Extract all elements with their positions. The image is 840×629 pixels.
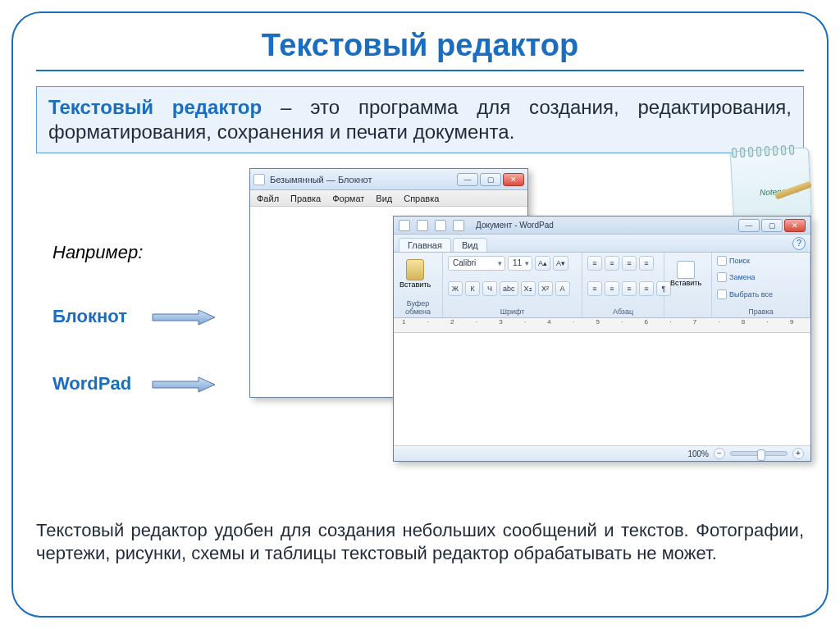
shrink-font-button[interactable]: A▾ xyxy=(553,256,568,271)
group-label-paragraph: Абзац xyxy=(587,308,659,316)
group-label-clipboard: Буфер обмена xyxy=(399,299,437,316)
clipboard-icon xyxy=(406,259,424,280)
example-wordpad-label: WordPad xyxy=(52,373,131,394)
font-color-button[interactable]: A xyxy=(555,281,570,296)
menu-help[interactable]: Справка xyxy=(404,194,439,203)
app-icon xyxy=(399,220,410,231)
close-button[interactable]: ✕ xyxy=(784,219,806,232)
superscript-button[interactable]: X² xyxy=(538,281,553,296)
replace-button[interactable]: Замена xyxy=(717,272,805,282)
align-center-button[interactable]: ≡ xyxy=(605,281,619,296)
maximize-button[interactable]: ▢ xyxy=(480,173,501,186)
notepad-menu-bar[interactable]: Файл Правка Формат Вид Справка xyxy=(250,190,527,207)
replace-icon xyxy=(717,272,727,282)
ribbon-group-editing: Поиск Замена Выбрать все Правка xyxy=(712,253,810,317)
zoom-out-button[interactable]: − xyxy=(714,448,725,459)
close-button[interactable]: ✕ xyxy=(503,173,524,186)
line-spacing-button[interactable]: ≡ xyxy=(639,256,654,271)
search-icon xyxy=(717,256,727,266)
definition-term: Текстовый редактор xyxy=(48,96,262,118)
paste-label: Вставить xyxy=(399,280,431,289)
arrow-to-notepad-icon xyxy=(151,309,217,326)
align-justify-button[interactable]: ≡ xyxy=(639,281,654,296)
font-name-select[interactable]: Calibri xyxy=(448,256,505,271)
save-icon[interactable] xyxy=(417,220,428,231)
group-label-font: Шрифт xyxy=(448,308,577,316)
wordpad-text-area[interactable] xyxy=(394,333,810,446)
wordpad-title: Документ - WordPad xyxy=(476,221,554,230)
redo-icon[interactable] xyxy=(453,220,464,231)
picture-icon xyxy=(677,261,695,279)
font-size-select[interactable]: 11 xyxy=(508,256,532,271)
bold-button[interactable]: Ж xyxy=(448,281,463,296)
definition-box: Текстовый редактор – это программа для с… xyxy=(36,86,804,153)
bottom-paragraph: Текстовый редактор удобен для создания н… xyxy=(36,519,804,564)
paste-button[interactable]: Вставить xyxy=(399,256,431,292)
align-right-button[interactable]: ≡ xyxy=(622,281,637,296)
subscript-button[interactable]: X₂ xyxy=(521,281,536,296)
slide-title: Текстовый редактор xyxy=(36,28,804,63)
increase-indent-button[interactable]: ≡ xyxy=(605,256,619,271)
select-all-button[interactable]: Выбрать все xyxy=(717,289,805,299)
body-area: Например: Блокнот WordPad Безымянный — Б… xyxy=(36,168,804,513)
notepad-titlebar[interactable]: Безымянный — Блокнот — ▢ ✕ xyxy=(250,169,527,190)
zoom-value: 100% xyxy=(687,449,709,458)
tab-view[interactable]: Вид xyxy=(453,238,487,252)
title-underline xyxy=(36,70,804,71)
wordpad-status-bar: 100% − + xyxy=(394,446,810,461)
help-icon[interactable]: ? xyxy=(792,237,806,250)
menu-file[interactable]: Файл xyxy=(257,194,279,203)
find-button[interactable]: Поиск xyxy=(717,256,805,266)
menu-format[interactable]: Формат xyxy=(332,194,364,203)
ribbon-group-paragraph: ≡ ≡ ≡ ≡ ≡ ≡ ≡ ≡ ¶ Абзац xyxy=(582,253,664,317)
wordpad-window: Документ - WordPad — ▢ ✕ Главная Вид ? В… xyxy=(393,216,811,462)
menu-edit[interactable]: Правка xyxy=(290,194,321,203)
insert-button[interactable]: Вставить xyxy=(669,256,702,292)
minimize-button[interactable]: — xyxy=(457,173,478,186)
underline-button[interactable]: Ч xyxy=(482,281,497,296)
ribbon-group-font: Calibri 11 A▴ A▾ Ж К Ч abc X₂ X² A Шр xyxy=(443,253,582,317)
document-icon xyxy=(253,174,265,185)
menu-view[interactable]: Вид xyxy=(376,194,392,203)
zoom-slider[interactable] xyxy=(730,451,788,456)
maximize-button[interactable]: ▢ xyxy=(761,219,783,232)
wordpad-quick-access[interactable]: Документ - WordPad — ▢ ✕ xyxy=(394,217,810,235)
notepad-title: Безымянный — Блокнот xyxy=(270,175,372,185)
group-label-insert xyxy=(669,308,706,316)
select-all-icon xyxy=(717,289,727,299)
italic-button[interactable]: К xyxy=(465,281,480,296)
strike-button[interactable]: abc xyxy=(500,281,518,296)
wordpad-ruler[interactable]: 1 · 2 · 3 · 4 · 5 · 6 · 7 · 8 · 9 · 10 ·… xyxy=(394,318,810,333)
bullets-button[interactable]: ≡ xyxy=(622,256,637,271)
wordpad-tabs: Главная Вид ? xyxy=(394,235,810,253)
slide-frame: Текстовый редактор Текстовый редактор – … xyxy=(11,11,829,618)
group-label-editing: Правка xyxy=(717,308,805,316)
tab-home[interactable]: Главная xyxy=(399,238,451,252)
minimize-button[interactable]: — xyxy=(738,219,760,232)
arrow-to-wordpad-icon xyxy=(151,376,217,393)
example-heading: Например: xyxy=(52,242,143,263)
decrease-indent-button[interactable]: ≡ xyxy=(587,256,602,271)
zoom-in-button[interactable]: + xyxy=(792,448,804,459)
undo-icon[interactable] xyxy=(435,220,446,231)
grow-font-button[interactable]: A▴ xyxy=(535,256,550,271)
ribbon-group-insert: Вставить xyxy=(664,253,712,317)
align-left-button[interactable]: ≡ xyxy=(587,281,602,296)
example-notepad-label: Блокнот xyxy=(52,306,127,327)
wordpad-ribbon: Вставить Буфер обмена Calibri 11 A▴ A▾ Ж… xyxy=(394,253,810,318)
insert-label: Вставить xyxy=(670,279,701,287)
ribbon-group-clipboard: Вставить Буфер обмена xyxy=(394,253,443,317)
